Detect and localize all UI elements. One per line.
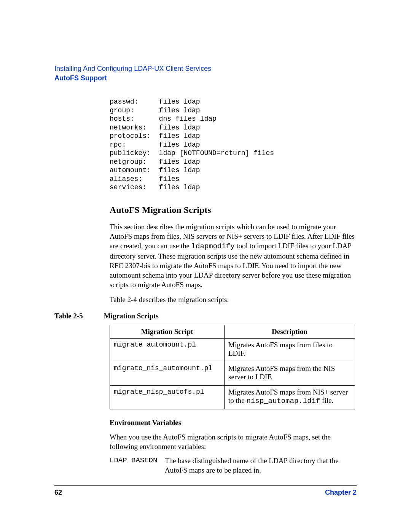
page-number: 62	[54, 489, 62, 497]
table-header-desc: Description	[225, 325, 355, 339]
chapter-path: Installing And Configuring LDAP-UX Clien…	[54, 65, 357, 73]
chapter-link[interactable]: Chapter 2	[325, 489, 357, 497]
env-val: The base distinguished name of the LDAP …	[165, 456, 357, 475]
script-cell: migrate_nisp_autofs.pl	[110, 386, 225, 409]
paragraph-1: This section describes the migration scr…	[110, 222, 357, 290]
desc-text-a: Migrates AutoFS maps from files to LDIF.	[228, 341, 333, 357]
config-code-block: passwd: files ldap group: files ldap hos…	[110, 97, 357, 192]
table-row: migrate_nisp_autofs.pl Migrates AutoFS m…	[110, 386, 355, 409]
footer-rule	[54, 485, 357, 486]
table-label: Table 2-5	[54, 312, 83, 320]
table-row: migrate_automount.pl Migrates AutoFS map…	[110, 339, 355, 362]
table-header-script: Migration Script	[110, 325, 225, 339]
table-caption: Migration Scripts	[104, 312, 159, 320]
table-row: migrate_nis_automount.pl Migrates AutoFS…	[110, 362, 355, 386]
desc-text-b: file.	[320, 396, 333, 404]
paragraph-2: Table 2-4 describes the migration script…	[110, 295, 357, 304]
ldapmodify-code: ldapmodify	[191, 242, 235, 251]
table-header-row: Migration Script Description	[110, 325, 355, 339]
desc-code: nisp_automap.ldif	[247, 397, 320, 405]
paragraph-3: When you use the AutoFS migration script…	[110, 432, 357, 451]
desc-text-a: Migrates AutoFS maps from the NIS server…	[228, 364, 335, 381]
env-vars-heading: Environment Variables	[110, 419, 357, 427]
document-page: Installing And Configuring LDAP-UX Clien…	[0, 0, 411, 532]
desc-cell: Migrates AutoFS maps from files to LDIF.	[225, 339, 355, 362]
script-cell: migrate_nis_automount.pl	[110, 362, 225, 386]
desc-cell: Migrates AutoFS maps from the NIS server…	[225, 362, 355, 386]
env-key: LDAP_BASEDN	[110, 456, 165, 475]
page-footer: 62 Chapter 2	[54, 489, 357, 497]
desc-cell: Migrates AutoFS maps from NIS+ server to…	[225, 386, 355, 409]
script-cell: migrate_automount.pl	[110, 339, 225, 362]
section-name: AutoFS Support	[54, 74, 357, 82]
table-label-row: Table 2-5 Migration Scripts	[54, 312, 357, 320]
migration-scripts-table: Migration Script Description migrate_aut…	[110, 325, 355, 409]
env-definition: LDAP_BASEDN The base distinguished name …	[110, 456, 357, 475]
section-heading: AutoFS Migration Scripts	[110, 205, 357, 215]
